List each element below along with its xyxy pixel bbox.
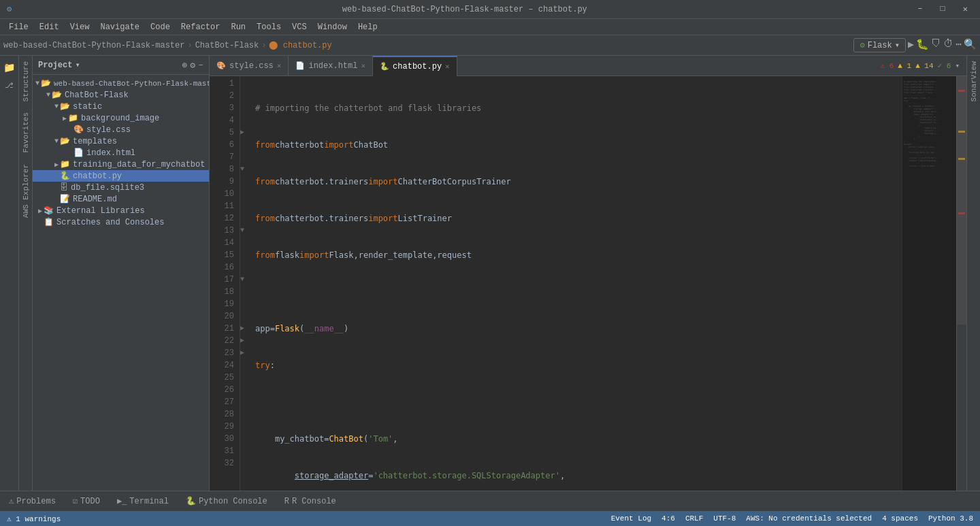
index-html-icon: 📄: [74, 148, 84, 158]
fold-26: [240, 384, 250, 396]
chatbot-py-icon: 🐍: [60, 171, 70, 181]
scratches-icon: 📋: [44, 217, 54, 227]
python-console-label: Python Console: [199, 497, 267, 506]
terminal-button[interactable]: ▶_ Terminal: [114, 495, 172, 508]
fold-9: [240, 176, 250, 188]
index-html-tab-icon: 📄: [295, 61, 305, 70]
r-console-button[interactable]: R R Console: [281, 495, 340, 508]
fold-23[interactable]: ▶: [240, 347, 250, 359]
tree-style-css[interactable]: ▶ 🎨 style.css: [33, 124, 209, 135]
menu-edit[interactable]: Edit: [34, 21, 65, 33]
line-11: storage_adapter='chatterbot.storage.SQLS…: [255, 470, 902, 482]
more-run-button[interactable]: ⋯: [956, 38, 962, 52]
line-ending[interactable]: CRLF: [685, 514, 703, 523]
project-dropdown-icon[interactable]: ▾: [75, 60, 80, 70]
style-css-close[interactable]: ✕: [277, 61, 282, 70]
close-button[interactable]: ✕: [958, 4, 973, 14]
project-locate-icon[interactable]: ⊕: [182, 60, 188, 71]
menu-navigate[interactable]: Navigate: [95, 21, 145, 33]
aws-status: AWS: No credentials selected: [746, 514, 872, 523]
debug-button[interactable]: 🐛: [916, 38, 929, 52]
bottom-bar: ⚠ Problems ☑ TODO ▶_ Terminal 🐍 Python C…: [0, 491, 980, 511]
tree-bg-image[interactable]: ▶ 📁 background_image: [33, 112, 209, 124]
menu-help[interactable]: Help: [353, 21, 383, 33]
project-collapse-icon[interactable]: –: [198, 60, 203, 71]
tree-readme[interactable]: ▶ 📝 README.md: [33, 193, 209, 205]
tree-templates[interactable]: ▼ 📂 templates: [33, 135, 209, 147]
menu-run[interactable]: Run: [225, 21, 251, 33]
menu-refactor[interactable]: Refactor: [176, 21, 226, 33]
problems-button[interactable]: ⚠ Problems: [5, 495, 59, 508]
tree-chatbot-py[interactable]: ▶ 🐍 chatbot.py: [33, 170, 209, 182]
problems-label: Problems: [16, 497, 56, 506]
run-button[interactable]: ▶: [908, 38, 914, 52]
style-css-tab-label: style.css: [229, 61, 274, 71]
tree-scratches[interactable]: ▶ 📋 Scratches and Consoles: [33, 216, 209, 228]
scroll-thumb[interactable]: [956, 76, 966, 325]
chatbot-py-close[interactable]: ✕: [445, 62, 450, 71]
run-config-selector[interactable]: ⚙ Flask ▾: [853, 38, 905, 52]
tree-ext-libs[interactable]: ▶ 📚 External Libraries: [33, 205, 209, 216]
search-button[interactable]: 🔍: [964, 38, 977, 52]
menu-code[interactable]: Code: [145, 21, 176, 33]
editor-area: 🎨 style.css ✕ 📄 index.html ✕ 🐍 chatbot.p…: [210, 56, 966, 491]
db-icon: 🗄: [60, 182, 68, 193]
chatbot-py-tab-label: chatbot.py: [393, 62, 442, 71]
right-vertical-tabs: SonarView: [966, 56, 980, 491]
index-html-close[interactable]: ✕: [361, 61, 365, 70]
profile-button[interactable]: ⏱: [943, 38, 953, 52]
coverage-button[interactable]: ⛉: [931, 38, 941, 52]
line-4: from chatterbot.trainers import ListTrai…: [255, 212, 902, 225]
fold-17[interactable]: ▼: [240, 274, 250, 286]
menu-tools[interactable]: Tools: [251, 21, 287, 33]
tab-index-html[interactable]: 📄 index.html ✕: [289, 56, 373, 76]
breadcrumb-file[interactable]: ⬤ chatbot.py: [269, 40, 331, 50]
indent-status[interactable]: 4 spaces: [882, 514, 918, 523]
project-settings-icon[interactable]: ⚙: [190, 60, 195, 71]
todo-button[interactable]: ☑ TODO: [69, 495, 103, 508]
tree-root[interactable]: ▼ 📂 web-based-ChatBot-Python-Flask-maste…: [33, 78, 209, 89]
menu-view[interactable]: View: [65, 21, 95, 33]
statusbar: ⚠ 1 warnings Event Log 4:6 CRLF UTF-8 AW…: [0, 511, 980, 526]
fold-21[interactable]: ▶: [240, 323, 250, 335]
tree-static[interactable]: ▼ 📂 static: [33, 101, 209, 112]
cursor-position: 4:6: [662, 514, 675, 523]
tab-style-css[interactable]: 🎨 style.css ✕: [210, 56, 289, 76]
menu-file[interactable]: File: [3, 21, 34, 33]
python-version[interactable]: Python 3.8: [928, 514, 973, 523]
fold-5[interactable]: ▶: [240, 127, 250, 139]
tree-db-file[interactable]: ▶ 🗄 db_file.sqlite3: [33, 182, 209, 193]
breadcrumb-folder[interactable]: ChatBot-Flask: [195, 41, 259, 50]
tree-chatbot-flask[interactable]: ▼ 📂 ChatBot-Flask: [33, 89, 209, 101]
code-editor[interactable]: # importing the chatterbot and flask lib…: [250, 76, 902, 491]
vtab-favorites[interactable]: Favorites: [20, 107, 32, 158]
fold-13[interactable]: ▼: [240, 225, 250, 237]
tab-chatbot-py[interactable]: 🐍 chatbot.py ✕: [373, 56, 457, 76]
breadcrumb-root[interactable]: web-based-ChatBot-Python-Flask-master: [3, 41, 184, 50]
collapse-icon[interactable]: ▾: [955, 61, 960, 70]
project-icon[interactable]: 📁: [1, 59, 18, 76]
vtab-structure[interactable]: Structure: [20, 56, 32, 107]
fold-32: [240, 457, 250, 470]
toolbar: web-based-ChatBot-Python-Flask-master › …: [0, 35, 980, 56]
fold-22[interactable]: ▶: [240, 335, 250, 347]
encoding[interactable]: UTF-8: [713, 514, 736, 523]
minimize-button[interactable]: –: [912, 4, 928, 14]
python-console-button[interactable]: 🐍 Python Console: [182, 495, 271, 508]
error-stripe[interactable]: [956, 76, 966, 491]
event-log-button[interactable]: Event Log: [611, 514, 651, 523]
fold-8[interactable]: ▼: [240, 163, 250, 176]
vcs-icon[interactable]: ⎇: [1, 77, 18, 93]
terminal-icon: ▶_: [117, 496, 127, 506]
vtab-sonarview[interactable]: SonarView: [968, 56, 980, 107]
vtab-aws[interactable]: AWS Explorer: [20, 159, 32, 223]
project-header: Project ▾ ⊕ ⚙ –: [33, 56, 209, 75]
tree-training-data[interactable]: ▶ 📁 training_data_for_mychatbot: [33, 159, 209, 170]
menu-vcs[interactable]: VCS: [287, 21, 312, 33]
line-3: from chatterbot.trainers import ChatterB…: [255, 176, 902, 188]
fold-28: [240, 408, 250, 421]
tree-index-html[interactable]: ▶ 📄 index.html: [33, 147, 209, 159]
chatbot-py-label: chatbot.py: [73, 171, 122, 181]
maximize-button[interactable]: □: [935, 4, 951, 14]
menu-window[interactable]: Window: [312, 21, 353, 33]
